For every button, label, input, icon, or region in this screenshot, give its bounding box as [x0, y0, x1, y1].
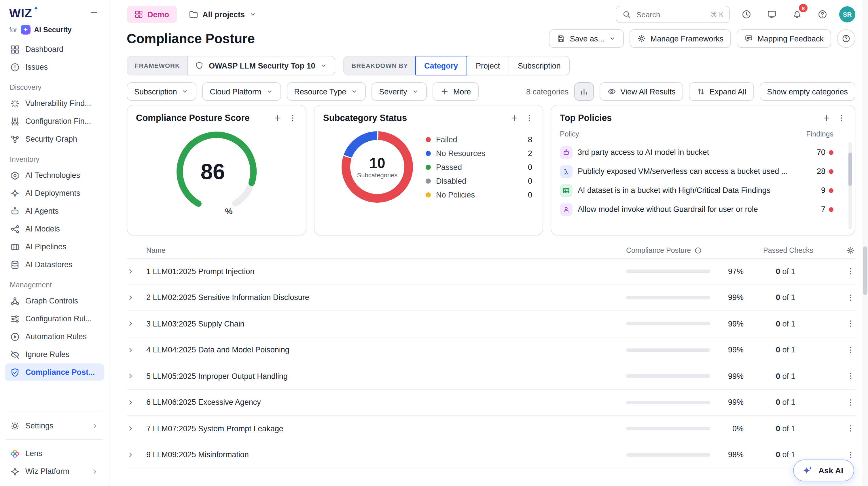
ask-ai-button[interactable]: Ask AI — [793, 459, 854, 481]
legend-item-passed[interactable]: Passed 0 — [426, 163, 532, 171]
policy-row[interactable]: Publicly exposed VM/serverless can acces… — [560, 162, 846, 181]
sidebar-item-configuration-rules[interactable]: Configuration Rul... — [5, 310, 104, 328]
search-input[interactable] — [635, 9, 707, 19]
sidebar-item-security-graph[interactable]: Security Graph — [5, 130, 104, 148]
row-menu-icon[interactable] — [846, 398, 855, 407]
sidebar-item-compliance-posture[interactable]: Compliance Post... — [5, 363, 104, 381]
chart-view-toggle[interactable] — [574, 82, 594, 101]
filter-cloud-platform[interactable]: Cloud Platform — [203, 82, 281, 101]
table-row[interactable]: 2 LLM02:2025 Sensitive Information Discl… — [127, 285, 855, 311]
sidebar-item-ai-models[interactable]: AI Models — [5, 220, 104, 238]
expand-icon — [696, 87, 706, 96]
more-filters-button[interactable]: More — [433, 82, 478, 101]
sidebar-item-dashboard[interactable]: Dashboard — [5, 40, 104, 58]
category-name: 5 LLM05:2025 Improper Output Handling — [141, 372, 626, 381]
legend-item-no-policies[interactable]: No Policies 0 — [426, 190, 532, 199]
row-menu-icon[interactable] — [846, 319, 855, 328]
expand-chevron-icon[interactable] — [127, 425, 135, 433]
filter-resource-type[interactable]: Resource Type — [286, 82, 366, 101]
page-help-button[interactable] — [837, 29, 855, 48]
sidebar-item-lens[interactable]: Lens — [5, 445, 104, 462]
policy-row[interactable]: Allow model invoke without Guardrail for… — [560, 200, 846, 219]
sidebar-item-issues[interactable]: Issues — [5, 58, 104, 76]
row-menu-icon[interactable] — [846, 372, 855, 381]
table-row[interactable]: 6 LLM06:2025 Excessive Agency 99% 0 of 1 — [127, 390, 855, 416]
search-box[interactable]: ⌘ K — [616, 6, 730, 23]
legend-item-failed[interactable]: Failed 8 — [426, 135, 532, 144]
project-selector[interactable]: All projects — [185, 9, 260, 20]
show-empty-categories-button[interactable]: Show empty categories — [760, 82, 855, 101]
filter-subscription[interactable]: Subscription — [127, 82, 197, 101]
expand-chevron-icon[interactable] — [127, 294, 135, 302]
demo-badge[interactable]: Demo — [127, 6, 177, 23]
sidebar-item-ai-technologies[interactable]: AI Technologies — [5, 166, 104, 184]
policy-row[interactable]: AI dataset is in a bucket with High/Crit… — [560, 181, 846, 200]
add-widget-icon[interactable] — [822, 114, 831, 123]
sidebar-item-ai-deployments[interactable]: AI Deployments — [5, 184, 104, 202]
posture-percent: 99% — [711, 346, 744, 354]
filter-severity[interactable]: Severity — [372, 82, 427, 101]
table-row[interactable]: 3 LLM03:2025 Supply Chain 99% 0 of 1 — [127, 311, 855, 337]
table-row[interactable]: 4 LLM04:2025 Data and Model Poisoning 99… — [127, 337, 855, 363]
save-as-button[interactable]: Save as... — [549, 29, 624, 48]
table-row[interactable]: 7 LLM07:2025 System Prompt Leakage 0% 0 … — [127, 416, 855, 442]
sidebar-item-ai-datastores[interactable]: AI Datastores — [5, 256, 104, 273]
expand-chevron-icon[interactable] — [127, 451, 135, 459]
expand-chevron-icon[interactable] — [127, 267, 135, 276]
scrollbar-thumb[interactable] — [863, 247, 867, 295]
legend-item-disabled[interactable]: Disabled 0 — [426, 176, 532, 185]
mapping-feedback-button[interactable]: Mapping Feedback — [737, 29, 831, 48]
lens-icon — [10, 448, 20, 459]
breakdown-tab-project[interactable]: Project — [467, 56, 509, 75]
card-menu-icon[interactable] — [288, 114, 297, 123]
expand-chevron-icon[interactable] — [127, 320, 135, 328]
sidebar: WIZ for AI Security Dashboard Issues Dis… — [0, 0, 110, 486]
expand-chevron-icon[interactable] — [127, 346, 135, 354]
row-menu-icon[interactable] — [846, 450, 855, 459]
table-row[interactable]: 1 LLM01:2025 Prompt Injection 97% 0 of 1 — [127, 259, 855, 285]
expand-chevron-icon[interactable] — [127, 372, 135, 380]
row-menu-icon[interactable] — [846, 424, 855, 433]
recent-activity-button[interactable] — [738, 6, 755, 23]
breakdown-tab-category[interactable]: Category — [415, 56, 467, 75]
policy-row[interactable]: 3rd party access to AI model in bucket 7… — [560, 143, 846, 162]
sidebar-item-automation-rules[interactable]: Automation Rules — [5, 328, 104, 346]
help-button[interactable] — [814, 6, 831, 23]
add-widget-icon[interactable] — [510, 114, 519, 123]
expand-chevron-icon[interactable] — [127, 398, 135, 407]
row-menu-icon[interactable] — [846, 293, 855, 302]
breakdown-tab-subscription[interactable]: Subscription — [508, 56, 570, 75]
row-menu-icon[interactable] — [846, 267, 855, 276]
sidebar-item-ignore-rules[interactable]: Ignore Rules — [5, 346, 104, 363]
row-menu-icon[interactable] — [846, 346, 855, 355]
add-widget-icon[interactable] — [273, 114, 282, 123]
expand-all-button[interactable]: Expand All — [689, 82, 754, 101]
subcategory-legend: Failed 8 No Resources 2 Passed 0 — [426, 135, 532, 199]
sidebar-item-vulnerability-findings[interactable]: Vulnerability Find... — [5, 94, 104, 112]
table-settings-gear-icon[interactable] — [846, 246, 855, 255]
chevron-down-icon — [265, 88, 273, 96]
sidebar-item-graph-controls[interactable]: Graph Controls — [5, 292, 104, 310]
manage-frameworks-button[interactable]: Manage Frameworks — [630, 29, 731, 48]
legend-item-no-resources[interactable]: No Resources 2 — [426, 149, 532, 158]
card-menu-icon[interactable] — [837, 114, 846, 123]
wiz-logo: WIZ — [9, 7, 39, 20]
notifications-button[interactable]: 8 — [788, 6, 806, 23]
sidebar-item-settings[interactable]: Settings — [5, 417, 104, 435]
user-avatar[interactable]: SR — [839, 6, 855, 23]
sidebar-item-configuration-findings[interactable]: Configuration Fin... — [5, 112, 104, 130]
sidebar-item-ai-agents[interactable]: AI Agents — [5, 202, 104, 220]
framework-dropdown[interactable]: OWASP LLM Security Top 10 — [187, 56, 336, 75]
breakdown-label: BREAKDOWN BY — [343, 56, 415, 75]
card-menu-icon[interactable] — [525, 114, 534, 123]
card-scrollbar[interactable] — [848, 142, 852, 229]
demo-center-button[interactable] — [763, 6, 780, 23]
collapse-sidebar-button[interactable] — [88, 7, 100, 20]
sidebar-item-ai-pipelines[interactable]: AI Pipelines — [5, 238, 104, 256]
table-row[interactable]: 5 LLM05:2025 Improper Output Handling 99… — [127, 363, 855, 390]
sidebar-item-wiz-platform[interactable]: Wiz Platform — [5, 462, 104, 480]
topbar: Demo All projects ⌘ K 8 SR — [127, 5, 855, 24]
view-all-results-button[interactable]: View All Results — [599, 82, 683, 101]
table-row[interactable]: 9 LLM09:2025 Misinformation 98% 0 of 1 — [127, 442, 855, 468]
page-scrollbar[interactable] — [862, 0, 868, 486]
